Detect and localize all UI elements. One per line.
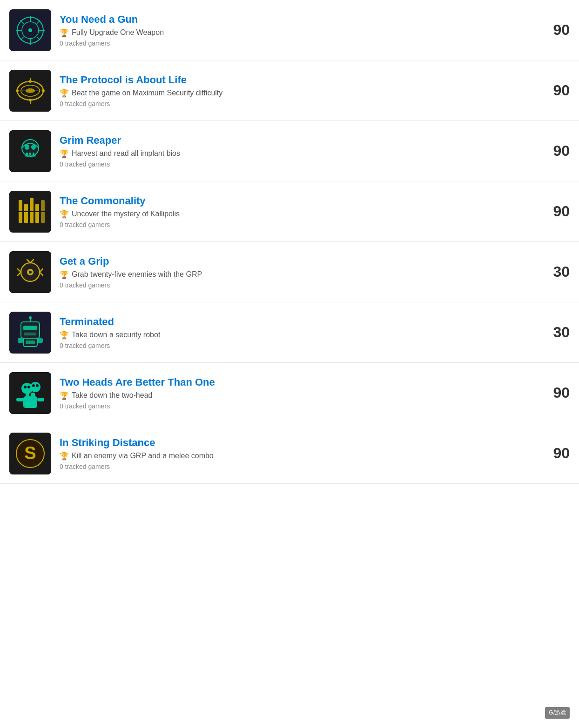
achievement-icon — [9, 9, 51, 51]
svg-point-17 — [29, 80, 32, 83]
achievement-desc: 🏆 Grab twenty-five enemies with the GRP — [60, 270, 532, 279]
svg-point-20 — [42, 89, 45, 92]
trophy-icon: 🏆 — [60, 28, 69, 37]
svg-point-3 — [28, 28, 32, 32]
svg-point-46 — [29, 316, 32, 319]
achievement-icon — [9, 130, 51, 172]
svg-point-59 — [27, 386, 30, 388]
achievement-icon — [9, 70, 51, 112]
achievement-trackers: 0 tracked gamers — [60, 281, 532, 289]
svg-rect-63 — [16, 398, 23, 401]
achievement-item: Get a Grip 🏆 Grab twenty-five enemies wi… — [0, 242, 579, 302]
achievement-score: 90 — [542, 21, 570, 39]
achievement-desc: 🏆 Harvest and read all implant bios — [60, 149, 532, 158]
achievement-trackers: 0 tracked gamers — [60, 342, 532, 349]
achievement-content: Terminated 🏆 Take down a security robot … — [60, 316, 542, 349]
achievement-score: 90 — [542, 82, 570, 99]
svg-point-60 — [30, 382, 40, 392]
trophy-icon: 🏆 — [60, 452, 69, 461]
achievement-item: You Need a Gun 🏆 Fully Upgrade One Weapo… — [0, 0, 579, 60]
achievement-icon — [9, 372, 51, 414]
achievement-content: In Striking Distance 🏆 Kill an enemy via… — [60, 437, 542, 470]
achievement-icon: S — [9, 433, 51, 474]
svg-rect-29 — [33, 153, 34, 155]
achievement-score: 90 — [542, 384, 570, 401]
svg-point-18 — [29, 99, 32, 101]
trophy-icon: 🏆 — [60, 270, 69, 279]
achievement-content: Grim Reaper 🏆 Harvest and read all impla… — [60, 134, 542, 168]
achievement-score: 90 — [542, 142, 570, 160]
trophy-icon: 🏆 — [60, 149, 69, 158]
achievement-item: Terminated 🏆 Take down a security robot … — [0, 302, 579, 363]
svg-rect-50 — [26, 341, 35, 344]
achievement-title[interactable]: In Striking Distance — [60, 437, 532, 449]
trophy-icon: 🏆 — [60, 331, 69, 340]
achievement-icon — [9, 191, 51, 233]
achievement-content: You Need a Gun 🏆 Fully Upgrade One Weapo… — [60, 13, 542, 47]
svg-point-19 — [16, 89, 19, 92]
svg-point-58 — [24, 386, 27, 388]
achievement-desc: 🏆 Uncover the mystery of Kallipolis — [60, 210, 532, 219]
achievement-trackers: 0 tracked gamers — [60, 463, 532, 470]
achievement-desc: 🏆 Beat the game on Maximum Security diff… — [60, 89, 532, 98]
svg-rect-52 — [37, 338, 43, 343]
watermark: G/游戏 — [545, 707, 570, 719]
achievement-content: Two Heads Are Better Than One 🏆 Take dow… — [60, 376, 542, 410]
achievement-title[interactable]: The Protocol is About Life — [60, 74, 532, 86]
achievement-title[interactable]: You Need a Gun — [60, 13, 532, 26]
svg-point-61 — [32, 384, 35, 387]
svg-point-62 — [36, 384, 39, 387]
achievement-trackers: 0 tracked gamers — [60, 221, 532, 228]
achievement-icon — [9, 251, 51, 293]
achievement-content: The Protocol is About Life 🏆 Beat the ga… — [60, 74, 542, 107]
achievement-score: 30 — [542, 263, 570, 281]
achievement-title[interactable]: Two Heads Are Better Than One — [60, 376, 532, 388]
svg-rect-56 — [31, 393, 35, 398]
svg-rect-51 — [18, 338, 23, 343]
achievement-content: The Commonality 🏆 Uncover the mystery of… — [60, 195, 542, 228]
svg-rect-27 — [26, 153, 28, 155]
achievement-title[interactable]: Get a Grip — [60, 255, 532, 267]
achievement-item: The Commonality 🏆 Uncover the mystery of… — [0, 181, 579, 242]
achievement-item: Two Heads Are Better Than One 🏆 Take dow… — [0, 363, 579, 423]
achievement-desc: 🏆 Kill an enemy via GRP and a melee comb… — [60, 452, 532, 461]
svg-rect-28 — [29, 153, 31, 155]
achievement-item: Grim Reaper 🏆 Harvest and read all impla… — [0, 121, 579, 181]
achievement-item: The Protocol is About Life 🏆 Beat the ga… — [0, 60, 579, 121]
trophy-icon: 🏆 — [60, 391, 69, 400]
trophy-icon: 🏆 — [60, 210, 69, 219]
svg-rect-44 — [23, 326, 37, 330]
trophy-icon: 🏆 — [60, 89, 69, 98]
achievement-desc: 🏆 Take down a security robot — [60, 331, 532, 340]
achievement-score: 30 — [542, 324, 570, 341]
svg-point-41 — [29, 271, 32, 274]
svg-rect-64 — [37, 398, 44, 401]
svg-text:S: S — [24, 443, 36, 463]
achievement-desc: 🏆 Take down the two-head — [60, 391, 532, 400]
achievement-trackers: 0 tracked gamers — [60, 160, 532, 168]
svg-rect-34 — [30, 198, 34, 223]
achievement-score: 90 — [542, 203, 570, 220]
achievement-item: S In Striking Distance 🏆 Kill an enemy v… — [0, 423, 579, 484]
achievement-trackers: 0 tracked gamers — [60, 100, 532, 107]
achievement-title[interactable]: Terminated — [60, 316, 532, 328]
svg-rect-35 — [35, 204, 39, 223]
achievement-title[interactable]: Grim Reaper — [60, 134, 532, 147]
achievement-trackers: 0 tracked gamers — [60, 40, 532, 47]
achievement-icon — [9, 312, 51, 354]
svg-rect-30 — [25, 155, 36, 157]
achievement-trackers: 0 tracked gamers — [60, 402, 532, 410]
achievement-title[interactable]: The Commonality — [60, 195, 532, 207]
svg-rect-33 — [24, 204, 28, 223]
achievement-score: 90 — [542, 445, 570, 462]
achievement-content: Get a Grip 🏆 Grab twenty-five enemies wi… — [60, 255, 542, 289]
achievements-list: You Need a Gun 🏆 Fully Upgrade One Weapo… — [0, 0, 579, 484]
svg-rect-54 — [23, 396, 37, 408]
achievement-desc: 🏆 Fully Upgrade One Weapon — [60, 28, 532, 37]
